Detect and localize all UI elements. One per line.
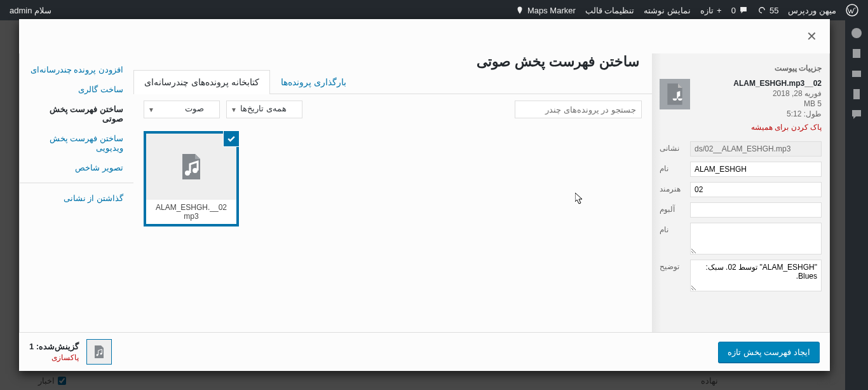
selected-thumbnail[interactable] xyxy=(86,339,112,365)
menu-create-video-playlist[interactable]: ساختن فهرست پخش ویدیویی xyxy=(20,129,133,158)
media-modal: ✕ جزییات پیوست ALAM_ESHGH.mp3__02 فوریه … xyxy=(19,19,830,371)
modal-header: ✕ xyxy=(19,19,830,53)
description-label: توضیح xyxy=(660,260,685,271)
menu-separator xyxy=(20,183,133,183)
site-name-link[interactable]: میهن وردپرس xyxy=(788,6,836,15)
media-content-area: ساختن فهرست پخش صوتی بارگذاری پرونده‌ها … xyxy=(133,53,652,332)
media-toolbar: همه‌ی تاریخ‌ها ▼ صوت ▼ xyxy=(133,94,652,125)
type-filter-select[interactable]: صوت ▼ xyxy=(144,101,220,118)
attachment-date: فوریه 28, 2018 xyxy=(696,89,822,98)
media-menu-sidebar: افزودن پرونده چندرسانه‌ای ساخت گالری ساخ… xyxy=(19,53,133,332)
details-heading: جزییات پیوست xyxy=(660,64,822,73)
attachment-details-sidebar: جزییات پیوست ALAM_ESHGH.mp3__02 فوریه 28… xyxy=(652,53,830,332)
clear-selection-link[interactable]: پاکسازی xyxy=(51,353,79,362)
check-icon[interactable] xyxy=(224,131,239,146)
menu-featured-image[interactable]: تصویر شاخص xyxy=(20,158,133,178)
audio-file-icon xyxy=(146,134,236,200)
comment-icon xyxy=(739,6,748,15)
modal-title: ساختن فهرست پخش صوتی xyxy=(133,53,639,70)
menu-insert-media[interactable]: افزودن پرونده چندرسانه‌ای xyxy=(20,60,133,80)
audio-file-icon xyxy=(92,344,107,359)
create-playlist-button[interactable]: ایجاد فهرست پخش تازه xyxy=(718,342,820,363)
map-marker-icon xyxy=(515,6,524,15)
chevron-down-icon: ▼ xyxy=(231,106,237,113)
url-input[interactable] xyxy=(690,141,822,157)
tab-media-library[interactable]: کتابخانه پرونده‌های چندرسانه‌ای xyxy=(133,70,270,94)
audio-file-icon xyxy=(662,81,688,107)
view-post-link[interactable]: نمایش نوشته xyxy=(644,6,691,15)
menu-create-gallery[interactable]: ساخت گالری xyxy=(20,80,133,99)
attachment-filename: ALAM_ESHGH.mp3__02 xyxy=(696,79,822,88)
title-label: نام xyxy=(660,162,685,173)
update-icon xyxy=(757,6,766,15)
attachment-size: MB 5 xyxy=(696,99,822,108)
chevron-down-icon: ▼ xyxy=(148,106,154,113)
attachment-length: طول: 5:12 xyxy=(696,109,822,118)
artist-label: هنرمند xyxy=(660,182,685,193)
description-textarea[interactable]: "ALAM_ESHGH" توسط 02. سبک: Blues. xyxy=(690,260,822,291)
media-tabs: بارگذاری پرونده‌ها کتابخانه پرونده‌های چ… xyxy=(133,70,652,94)
media-item[interactable]: ALAM_ESHGH.__02 mp3 xyxy=(144,131,239,226)
posts-icon[interactable] xyxy=(850,47,863,60)
delete-attachment-link[interactable]: پاک کردن برای همیشه xyxy=(751,123,822,132)
comments-link[interactable]: 0 xyxy=(731,6,748,15)
svg-point-1 xyxy=(851,28,862,38)
dashboard-icon[interactable] xyxy=(850,27,863,39)
menu-create-audio-playlist[interactable]: ساختن فهرست پخش صوتی xyxy=(20,99,133,129)
media-grid: ALAM_ESHGH.__02 mp3 xyxy=(133,125,652,332)
updates-link[interactable]: 55 xyxy=(757,6,778,15)
selection-count: گزینش‌شده: 1 xyxy=(29,342,79,351)
media-item-name: ALAM_ESHGH.__02 mp3 xyxy=(146,200,236,224)
greeting-link[interactable]: سلام admin xyxy=(10,6,51,15)
media-icon[interactable] xyxy=(850,67,863,80)
date-filter-select[interactable]: همه‌ی تاریخ‌ها ▼ xyxy=(226,101,302,118)
attachment-thumbnail xyxy=(660,79,690,109)
search-input[interactable] xyxy=(515,101,642,118)
album-label: آلبوم xyxy=(660,202,685,214)
close-button[interactable]: ✕ xyxy=(794,19,830,53)
caption-label: نام xyxy=(660,223,685,234)
pages-icon[interactable] xyxy=(850,88,863,101)
title-input[interactable] xyxy=(690,162,822,177)
new-content-link[interactable]: + تازه xyxy=(700,6,722,15)
admin-menu-collapsed xyxy=(845,20,868,390)
artist-input[interactable] xyxy=(690,182,822,197)
modal-footer: ایجاد فهرست پخش تازه گزینش‌شده: 1 پاکساز… xyxy=(19,332,830,371)
comments-menu-icon[interactable] xyxy=(850,108,863,121)
album-input[interactable] xyxy=(690,202,822,218)
theme-settings-link[interactable]: تنظیمات قالب xyxy=(585,6,635,15)
admin-bar: میهن وردپرس 55 0 + تازه نمایش نوشته تنظی… xyxy=(0,0,868,20)
tab-upload[interactable]: بارگذاری پرونده‌ها xyxy=(270,70,357,94)
wordpress-logo-icon[interactable] xyxy=(846,4,858,17)
caption-textarea[interactable] xyxy=(690,223,822,254)
maps-marker-link[interactable]: Maps Marker xyxy=(515,6,576,15)
url-label: نشانی xyxy=(660,141,685,153)
menu-insert-from-url[interactable]: گذاشتن از نشانی xyxy=(20,188,133,208)
attachment-info: ALAM_ESHGH.mp3__02 فوریه 28, 2018 MB 5 ط… xyxy=(660,79,822,132)
